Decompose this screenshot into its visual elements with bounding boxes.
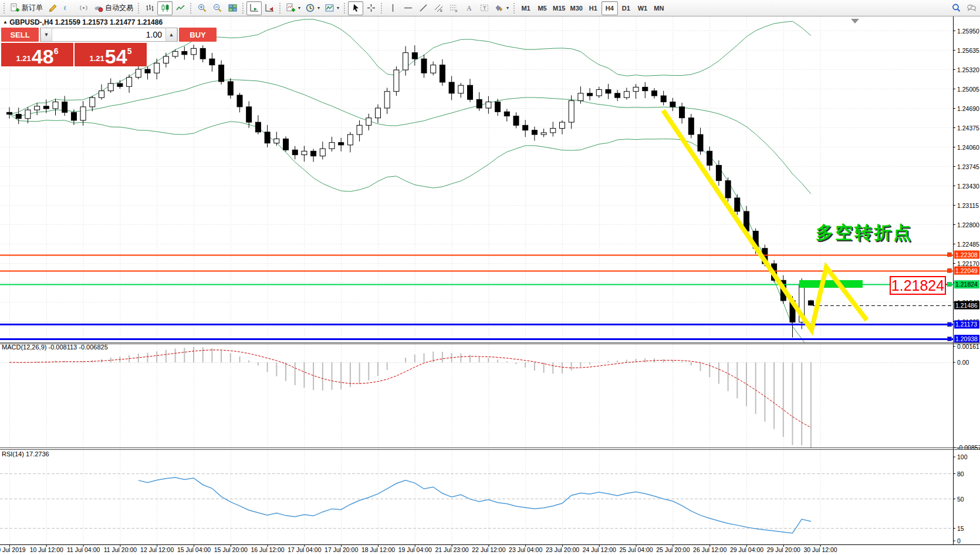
dropdown-caret: ▾: [337, 5, 339, 11]
new-order-button[interactable]: 新订单: [8, 1, 45, 15]
clock-icon: [305, 3, 315, 13]
zoom-out-icon: [212, 3, 222, 13]
cloud-icon: [63, 3, 73, 13]
svg-text:0: 0: [957, 537, 961, 544]
svg-text:T: T: [483, 5, 486, 11]
crosshair-tool-button[interactable]: [363, 1, 379, 15]
timeframe-h4-button[interactable]: H4: [601, 1, 618, 15]
timeframe-m15-button[interactable]: M15: [550, 1, 567, 15]
buy-price-big: 54: [105, 48, 127, 65]
fibonacci-icon: F: [449, 3, 459, 13]
vertical-line-tool-button[interactable]: [385, 1, 400, 15]
volume-stepper: ▼ ▲: [40, 28, 178, 42]
signal-button[interactable]: [76, 1, 91, 15]
timeframe-m30-button[interactable]: M30: [567, 1, 584, 15]
timeframe-w1-button[interactable]: W1: [634, 1, 651, 15]
timeframe-label: D1: [622, 5, 630, 12]
cloud-button[interactable]: [60, 1, 76, 15]
auto-scroll-button[interactable]: [246, 1, 262, 15]
svg-text:17 Jul 04:00: 17 Jul 04:00: [288, 546, 321, 553]
tile-windows-icon: [228, 3, 238, 13]
chart-shift-button[interactable]: [262, 1, 277, 15]
volume-decrease-button[interactable]: ▼: [40, 28, 52, 41]
timeframe-label: H1: [589, 5, 597, 12]
svg-text:1.23745: 1.23745: [957, 163, 979, 170]
turning-point-annotation[interactable]: 多空转折点: [816, 221, 913, 245]
fibonacci-tool-button[interactable]: F: [446, 1, 461, 15]
svg-text:29 Jul 20:00: 29 Jul 20:00: [767, 546, 800, 553]
svg-text:1.25320: 1.25320: [957, 66, 979, 73]
svg-text:18 Jul 12:00: 18 Jul 12:00: [361, 546, 395, 553]
vertical-line-icon: [388, 3, 398, 13]
timeframe-mn-button[interactable]: MN: [651, 1, 667, 15]
channel-icon: E: [434, 3, 444, 13]
dropdown-caret: ▾: [317, 5, 320, 11]
timeframe-m1-button[interactable]: M1: [518, 1, 534, 15]
profiles-button[interactable]: [45, 1, 60, 15]
zoom-out-button[interactable]: [209, 1, 225, 15]
price-callout-box[interactable]: 1.21824: [890, 276, 946, 295]
volume-increase-button[interactable]: ▲: [165, 28, 177, 41]
candle-chart-mode-button[interactable]: [157, 1, 173, 15]
svg-text:10 Jul 2019: 10 Jul 2019: [0, 546, 26, 553]
timeframe-label: M15: [553, 5, 565, 12]
toolbar-grip: [190, 2, 192, 14]
svg-text:25 Jul 04:00: 25 Jul 04:00: [619, 546, 653, 553]
sell-price-prefix: 1.21: [16, 54, 31, 63]
trendline-tool-button[interactable]: [415, 1, 431, 15]
timeframe-d1-button[interactable]: D1: [618, 1, 634, 15]
volume-input[interactable]: [52, 28, 165, 41]
channel-tool-button[interactable]: E: [431, 1, 446, 15]
bar-chart-mode-button[interactable]: [142, 1, 157, 15]
line-chart-icon: [175, 3, 185, 13]
indicators-icon: [286, 3, 296, 13]
periods-button[interactable]: ▾: [303, 1, 322, 15]
timeframe-m5-button[interactable]: M5: [534, 1, 550, 15]
indicators-button[interactable]: ▾: [283, 1, 303, 15]
svg-text:11 Jul 20:00: 11 Jul 20:00: [104, 546, 137, 553]
buy-price-prefix: 1.21: [90, 54, 104, 63]
auto-trading-button[interactable]: 自动交易: [91, 1, 136, 15]
line-chart-mode-button[interactable]: [173, 1, 188, 15]
toolbar-grip: [137, 2, 140, 14]
label-icon: T: [479, 3, 489, 13]
label-tool-button[interactable]: T: [477, 1, 492, 15]
chart-canvas[interactable]: 10 Jul 201910 Jul 12:0011 Jul 04:0011 Ju…: [0, 16, 980, 555]
bar-chart-icon: [145, 3, 155, 13]
sell-price-big: 48: [32, 48, 54, 65]
search-button[interactable]: [948, 1, 964, 15]
chart-window: 10 Jul 201910 Jul 12:0011 Jul 04:0011 Ju…: [0, 0, 980, 555]
svg-text:19 Jul 04:00: 19 Jul 04:00: [398, 546, 432, 553]
sell-price-box[interactable]: 1.21 48 6: [1, 43, 73, 66]
svg-text:15: 15: [957, 525, 964, 532]
search-icon: [951, 3, 961, 13]
zoom-in-button[interactable]: [194, 1, 209, 15]
horizontal-line-tool-button[interactable]: [400, 1, 415, 15]
chat-button[interactable]: [964, 1, 979, 15]
svg-text:29 Jul 04:00: 29 Jul 04:00: [730, 546, 763, 553]
svg-text:A: A: [467, 4, 472, 12]
buy-price-box[interactable]: 1.21 54 5: [75, 43, 147, 66]
svg-text:1.22170: 1.22170: [957, 260, 979, 267]
crosshair-icon: [366, 3, 376, 13]
timeframe-h1-button[interactable]: H1: [585, 1, 601, 15]
candle-chart-icon: [160, 3, 170, 13]
svg-text:1.23430: 1.23430: [957, 183, 979, 190]
cursor-tool-button[interactable]: [348, 1, 363, 15]
collapse-panel-icon[interactable]: ▲: [3, 19, 8, 25]
text-tool-button[interactable]: A: [461, 1, 477, 15]
svg-text:1.22800: 1.22800: [957, 221, 979, 228]
toolbar-grip: [380, 2, 383, 14]
arrows-tool-button[interactable]: ▾: [492, 1, 511, 15]
templates-button[interactable]: ▾: [322, 1, 342, 15]
svg-text:23 Jul 20:00: 23 Jul 20:00: [546, 546, 579, 553]
timeframe-label: M5: [538, 5, 546, 12]
sell-button[interactable]: SELL: [1, 28, 39, 42]
main-toolbar: 新订单 自动交易: [0, 0, 980, 16]
buy-button[interactable]: BUY: [179, 28, 217, 42]
sell-price-pip: 6: [54, 46, 59, 56]
rsi-indicator-label: RSI(14) 17.2736: [2, 450, 49, 458]
tile-windows-button[interactable]: [225, 1, 240, 15]
svg-text:F: F: [455, 9, 458, 13]
svg-text:22 Jul 12:00: 22 Jul 12:00: [472, 546, 505, 553]
